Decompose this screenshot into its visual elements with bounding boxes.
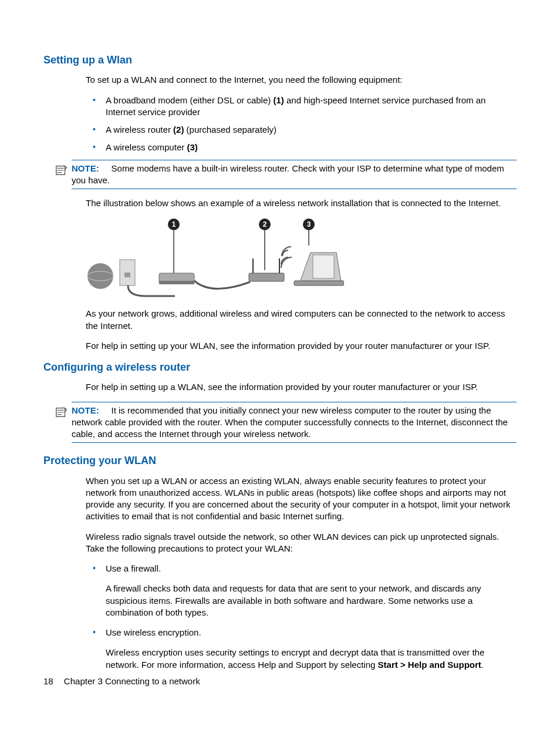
note-icon	[55, 406, 68, 419]
note-icon	[55, 164, 68, 177]
list-text-bold: (1)	[273, 95, 284, 105]
precaution-body: Wireless encryption uses security settin…	[106, 647, 517, 671]
svg-rect-13	[249, 273, 284, 281]
precaution-body: A firewall checks both data and requests…	[106, 583, 517, 619]
section1-intro: To set up a WLAN and connect to the Inte…	[86, 74, 517, 86]
svg-rect-16	[294, 281, 344, 285]
page-footer: 18 Chapter 3 Connecting to a network	[43, 676, 200, 687]
precaution-head: Use a firewall.	[106, 563, 161, 573]
note-spacer	[102, 163, 109, 173]
section1-after-note: The illustration below shows an example …	[86, 197, 517, 209]
list-text-pre: A wireless computer	[106, 142, 187, 152]
list-item: A wireless router (2) (purchased separat…	[86, 124, 517, 136]
chapter-label: Chapter 3 Connecting to a network	[64, 676, 200, 686]
list-text-bold: (3)	[187, 142, 197, 152]
section2-p1: For help in setting up a WLAN, see the i…	[86, 381, 517, 393]
note-text: Some modems have a built-in wireless rou…	[72, 163, 504, 185]
page-number: 18	[43, 676, 53, 686]
list-item: Use a firewall. A firewall checks both d…	[86, 563, 517, 619]
callout-2: 2	[263, 220, 267, 228]
section3-p1: When you set up a WLAN or access an exis…	[86, 475, 517, 523]
precaution-head: Use wireless encryption.	[106, 627, 201, 637]
document-page: Setting up a Wlan To set up a WLAN and c…	[0, 0, 560, 723]
heading-configuring-router: Configuring a wireless router	[43, 360, 517, 374]
list-text-pre: A broadband modem (either DSL or cable)	[106, 95, 273, 105]
svg-rect-12	[159, 281, 194, 284]
section3-body: When you set up a WLAN or access an exis…	[86, 475, 517, 671]
precaution-body-bold: Start > Help and Support	[378, 660, 481, 670]
list-item: A wireless computer (3)	[86, 142, 517, 153]
precautions-list: Use a firewall. A firewall checks both d…	[86, 563, 517, 671]
list-item: A broadband modem (either DSL or cable) …	[86, 95, 517, 119]
precaution-body-post: .	[481, 660, 484, 670]
heading-setting-up-wlan: Setting up a Wlan	[43, 53, 517, 67]
list-item: Use wireless encryption. Wireless encryp…	[86, 627, 517, 671]
note-text: It is recommended that you initially con…	[72, 405, 508, 439]
section1-help: For help in setting up your WLAN, see th…	[86, 340, 517, 352]
note-spacer	[102, 405, 109, 415]
callout-1: 1	[172, 220, 176, 228]
wlan-illustration: 1 2 3	[86, 217, 517, 300]
network-diagram-svg: 1 2 3	[86, 217, 344, 300]
note-box-modem: NOTE: Some modems have a built-in wirele…	[72, 160, 517, 190]
section1-growth: As your network grows, additional wirele…	[86, 308, 517, 332]
section1-body: To set up a WLAN and connect to the Inte…	[86, 74, 517, 153]
section2-body: For help in setting up a WLAN, see the i…	[86, 381, 517, 393]
note-box-router: NOTE: It is recommended that you initial…	[72, 402, 517, 443]
list-text-bold: (2)	[173, 125, 184, 135]
list-text-pre: A wireless router	[106, 125, 173, 135]
section3-p2: Wireless radio signals travel outside th…	[86, 531, 517, 555]
note-label: NOTE:	[72, 163, 99, 173]
heading-protecting-wlan: Protecting your WLAN	[43, 453, 517, 468]
svg-rect-10	[124, 273, 130, 277]
note-label: NOTE:	[72, 405, 99, 415]
callout-3: 3	[307, 220, 311, 228]
section1-body2: The illustration below shows an example …	[86, 197, 517, 352]
svg-rect-17	[313, 255, 334, 278]
list-text-post: (purchased separately)	[184, 125, 276, 135]
equipment-list: A broadband modem (either DSL or cable) …	[86, 95, 517, 154]
